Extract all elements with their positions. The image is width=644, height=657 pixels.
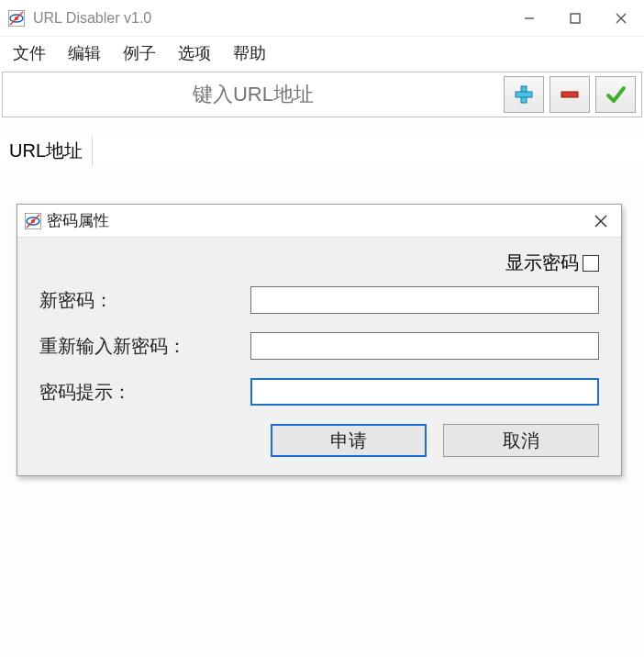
dialog-body: 显示密码 新密码： 重新输入新密码： 密码提示： 申请 取消 bbox=[17, 238, 621, 475]
url-list-header-rest bbox=[93, 135, 644, 167]
show-password-checkbox[interactable] bbox=[583, 255, 599, 272]
confirm-button[interactable] bbox=[595, 76, 636, 113]
dialog-button-row: 申请 取消 bbox=[39, 424, 599, 457]
menu-help[interactable]: 帮助 bbox=[228, 40, 272, 66]
minus-icon bbox=[559, 84, 581, 106]
plus-icon bbox=[513, 84, 535, 106]
cancel-button[interactable]: 取消 bbox=[443, 424, 599, 457]
new-password-input[interactable] bbox=[250, 286, 599, 314]
password-hint-input[interactable] bbox=[250, 378, 599, 406]
reenter-password-input[interactable] bbox=[250, 332, 599, 360]
apply-button[interactable]: 申请 bbox=[271, 424, 427, 457]
dialog-titlebar: 密码属性 bbox=[17, 205, 621, 238]
svg-rect-9 bbox=[516, 92, 532, 97]
password-dialog: 密码属性 显示密码 新密码： 重新输入新密码： 密码提示： 申请 取消 bbox=[17, 204, 622, 476]
reenter-password-label: 重新输入新密码： bbox=[39, 334, 250, 359]
new-password-row: 新密码： bbox=[39, 286, 599, 314]
svg-rect-5 bbox=[571, 14, 580, 23]
menu-examples[interactable]: 例子 bbox=[117, 40, 161, 66]
remove-button[interactable] bbox=[550, 76, 590, 113]
close-button[interactable] bbox=[598, 0, 644, 37]
url-list-column-label: URL地址 bbox=[9, 140, 83, 161]
svg-rect-10 bbox=[561, 92, 578, 97]
window-title: URL Disabler v1.0 bbox=[33, 10, 151, 27]
minimize-button[interactable] bbox=[506, 0, 552, 37]
new-password-label: 新密码： bbox=[39, 288, 250, 313]
url-list-column-header[interactable]: URL地址 bbox=[0, 135, 93, 167]
reenter-password-row: 重新输入新密码： bbox=[39, 332, 599, 360]
show-password-row: 显示密码 bbox=[39, 251, 599, 275]
main-titlebar: URL Disabler v1.0 bbox=[0, 0, 644, 37]
app-icon bbox=[7, 9, 26, 28]
dialog-title: 密码属性 bbox=[47, 210, 109, 231]
url-input[interactable] bbox=[8, 76, 498, 113]
password-hint-label: 密码提示： bbox=[39, 380, 250, 405]
menu-bar: 文件 编辑 例子 选项 帮助 bbox=[0, 37, 644, 72]
dialog-close-button[interactable] bbox=[581, 205, 621, 238]
password-hint-row: 密码提示： bbox=[39, 378, 599, 406]
dialog-app-icon bbox=[25, 213, 41, 229]
show-password-label: 显示密码 bbox=[505, 251, 579, 275]
url-toolbar bbox=[2, 72, 642, 117]
menu-edit[interactable]: 编辑 bbox=[62, 40, 106, 66]
menu-file[interactable]: 文件 bbox=[7, 40, 51, 66]
add-button[interactable] bbox=[504, 76, 544, 113]
maximize-button[interactable] bbox=[552, 0, 598, 37]
url-list-header-row: URL地址 bbox=[0, 134, 644, 167]
check-icon bbox=[605, 84, 627, 106]
menu-options[interactable]: 选项 bbox=[172, 40, 217, 66]
